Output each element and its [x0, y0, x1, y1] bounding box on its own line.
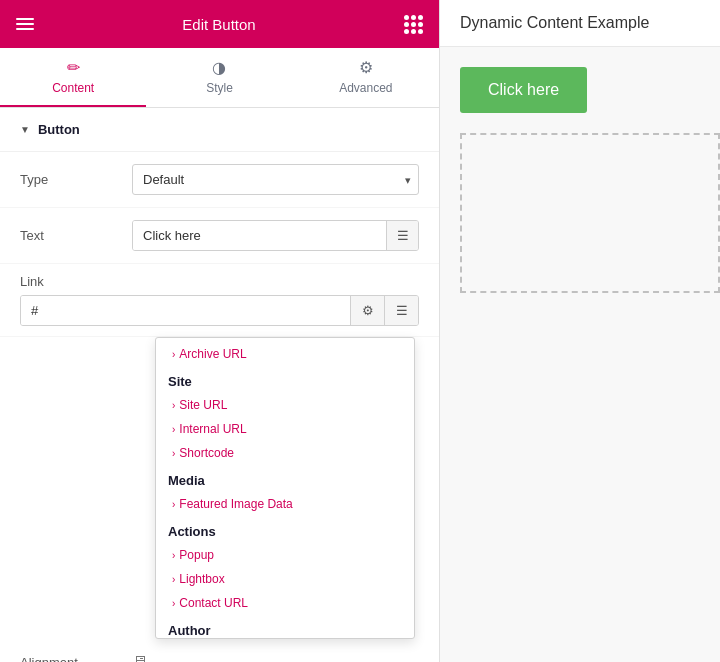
button-section-header: ▼ Button	[0, 108, 439, 152]
arrow-icon: ›	[172, 574, 175, 585]
advanced-tab-icon: ⚙	[359, 58, 373, 77]
dropdown-item-archive-url[interactable]: › Archive URL	[156, 342, 414, 366]
dropdown-item-internal-url[interactable]: › Internal URL	[156, 417, 414, 441]
alignment-row: Alignment 🖥	[0, 639, 439, 662]
editor-header: Edit Button	[0, 0, 439, 48]
dropdown-item-site-url[interactable]: › Site URL	[156, 393, 414, 417]
arrow-icon: ›	[172, 400, 175, 411]
tab-advanced[interactable]: ⚙ Advanced	[293, 48, 439, 107]
text-dynamic-icon-btn[interactable]: ☰	[386, 221, 418, 250]
tabs-bar: ✏ Content ◑ Style ⚙ Advanced	[0, 48, 439, 108]
dropdown-item-featured-image[interactable]: › Featured Image Data	[156, 492, 414, 516]
type-label: Type	[20, 172, 120, 187]
link-settings-icon-btn[interactable]: ⚙	[350, 296, 384, 325]
monitor-icon: 🖥	[132, 653, 148, 662]
text-row: Text ☰	[0, 208, 439, 264]
arrow-icon: ›	[172, 448, 175, 459]
link-dynamic-icon-btn[interactable]: ☰	[384, 296, 418, 325]
hamburger-icon[interactable]	[16, 18, 34, 30]
type-row: Type Default Info Success Warning Danger…	[0, 152, 439, 208]
tab-content[interactable]: ✏ Content	[0, 48, 146, 107]
type-control: Default Info Success Warning Danger ▾	[132, 164, 419, 195]
text-control: ☰	[132, 220, 419, 251]
dropdown-scroll[interactable]: › Archive URL Site › Site URL › Internal…	[156, 338, 414, 638]
dropdown-section-actions: Actions	[156, 516, 414, 543]
arrow-icon: ›	[172, 499, 175, 510]
preview-dashed-box	[460, 133, 720, 293]
tab-style[interactable]: ◑ Style	[146, 48, 292, 107]
arrow-icon: ›	[172, 598, 175, 609]
chevron-down-icon[interactable]: ▼	[20, 124, 30, 135]
header-title: Edit Button	[182, 16, 255, 33]
style-tab-icon: ◑	[212, 58, 226, 77]
type-select[interactable]: Default Info Success Warning Danger	[132, 164, 419, 195]
left-panel: Edit Button ✏ Content ◑ Style ⚙ Advanced…	[0, 0, 440, 662]
link-row: Link ⚙ ☰	[0, 264, 439, 337]
dropdown-item-shortcode[interactable]: › Shortcode	[156, 441, 414, 465]
link-input-wrapper: ⚙ ☰	[20, 295, 419, 326]
text-input[interactable]	[133, 221, 386, 250]
content-tab-icon: ✏	[67, 58, 80, 77]
preview-click-here-button[interactable]: Click here	[460, 67, 587, 113]
panel-content: ▼ Button Type Default Info Success Warni…	[0, 108, 439, 662]
right-panel-content: Click here	[440, 47, 720, 662]
right-panel: Dynamic Content Example Click here	[440, 0, 720, 662]
dropdown-item-lightbox[interactable]: › Lightbox	[156, 567, 414, 591]
dynamic-dropdown-menu: › Archive URL Site › Site URL › Internal…	[155, 337, 415, 639]
arrow-icon: ›	[172, 349, 175, 360]
text-input-wrapper: ☰	[132, 220, 419, 251]
dropdown-item-contact-url[interactable]: › Contact URL	[156, 591, 414, 615]
arrow-icon: ›	[172, 550, 175, 561]
link-input[interactable]	[21, 296, 350, 325]
type-select-wrapper: Default Info Success Warning Danger ▾	[132, 164, 419, 195]
grid-icon[interactable]	[404, 15, 423, 34]
right-panel-title: Dynamic Content Example	[440, 0, 720, 47]
text-label: Text	[20, 228, 120, 243]
dropdown-item-popup[interactable]: › Popup	[156, 543, 414, 567]
dropdown-section-site: Site	[156, 366, 414, 393]
dropdown-section-author: Author	[156, 615, 414, 638]
alignment-label: Alignment	[20, 655, 120, 663]
dropdown-section-media: Media	[156, 465, 414, 492]
arrow-icon: ›	[172, 424, 175, 435]
link-label: Link	[20, 274, 419, 289]
